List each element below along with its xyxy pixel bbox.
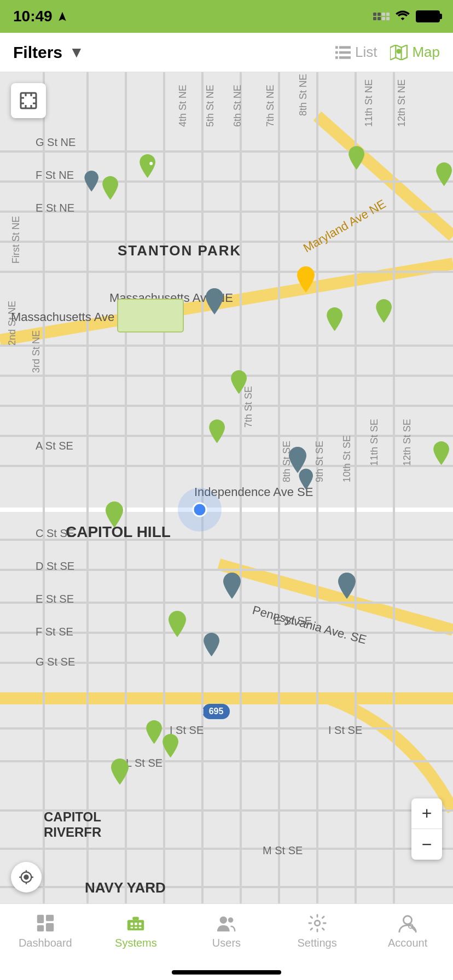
svg-rect-2 bbox=[335, 51, 338, 54]
my-location-button[interactable] bbox=[11, 862, 42, 892]
svg-text:RIVERFR: RIVERFR bbox=[44, 825, 101, 839]
filter-bar: Filters ▼ List Map bbox=[0, 33, 453, 72]
svg-text:G St SE: G St SE bbox=[36, 656, 75, 668]
zoom-out-button[interactable]: − bbox=[411, 829, 442, 860]
svg-text:Massachusetts Ave NE: Massachusetts Ave NE bbox=[11, 310, 135, 324]
svg-text:L St SE: L St SE bbox=[126, 757, 162, 769]
svg-rect-10 bbox=[0, 72, 453, 925]
svg-text:I: I bbox=[202, 707, 204, 716]
location-arrow-icon bbox=[57, 11, 68, 22]
map-container[interactable]: 4th St NE 5th St NE 6th St NE 7th St NE … bbox=[0, 72, 453, 925]
svg-text:8th St NE: 8th St NE bbox=[298, 74, 309, 116]
map-icon bbox=[390, 45, 408, 60]
svg-rect-98 bbox=[37, 915, 44, 923]
svg-text:I St SE: I St SE bbox=[328, 724, 362, 736]
svg-text:7th St SE: 7th St SE bbox=[243, 386, 254, 428]
svg-rect-89 bbox=[21, 93, 36, 108]
map-view-toggle[interactable]: Map bbox=[390, 44, 440, 61]
zoom-in-button[interactable]: + bbox=[411, 798, 442, 829]
svg-rect-109 bbox=[133, 917, 139, 920]
svg-rect-1 bbox=[339, 46, 351, 49]
svg-text:7th St NE: 7th St NE bbox=[265, 85, 276, 127]
chevron-down-icon[interactable]: ▼ bbox=[69, 44, 84, 61]
clock: 10:49 bbox=[13, 8, 53, 25]
svg-rect-4 bbox=[335, 56, 338, 59]
svg-text:11th St NE: 11th St NE bbox=[363, 79, 374, 127]
nav-item-account[interactable]: Account bbox=[362, 913, 453, 949]
list-label: List bbox=[355, 44, 377, 61]
svg-rect-104 bbox=[135, 923, 137, 925]
svg-text:11th St SE: 11th St SE bbox=[369, 419, 380, 466]
svg-point-88 bbox=[149, 162, 153, 165]
svg-text:695: 695 bbox=[209, 707, 224, 716]
home-indicator bbox=[172, 970, 281, 975]
map-select-button[interactable] bbox=[11, 83, 46, 118]
account-icon bbox=[397, 913, 418, 934]
signal-icon bbox=[373, 13, 390, 20]
svg-text:First St NE: First St NE bbox=[10, 216, 21, 264]
list-view-toggle[interactable]: List bbox=[335, 44, 377, 61]
svg-rect-103 bbox=[131, 923, 133, 925]
svg-text:CAPITOL: CAPITOL bbox=[44, 809, 101, 824]
wifi-icon bbox=[395, 9, 410, 24]
svg-rect-105 bbox=[139, 923, 142, 925]
view-toggle-group: List Map bbox=[335, 44, 440, 61]
svg-text:12th St NE: 12th St NE bbox=[396, 79, 407, 127]
svg-rect-99 bbox=[37, 925, 44, 931]
list-icon bbox=[335, 46, 351, 59]
svg-rect-102 bbox=[127, 920, 144, 930]
svg-rect-106 bbox=[131, 927, 133, 929]
svg-text:12th St SE: 12th St SE bbox=[402, 419, 413, 466]
svg-text:4th St NE: 4th St NE bbox=[177, 85, 188, 127]
svg-text:CAPITOL HILL: CAPITOL HILL bbox=[66, 523, 171, 540]
bottom-nav: Dashboard Systems Users Settings bbox=[0, 903, 453, 980]
svg-text:6th St NE: 6th St NE bbox=[232, 85, 243, 127]
svg-text:A St SE: A St SE bbox=[36, 440, 73, 452]
svg-point-9 bbox=[397, 49, 402, 54]
svg-rect-0 bbox=[335, 46, 338, 49]
svg-text:E St SE: E St SE bbox=[36, 593, 74, 605]
svg-text:10th St SE: 10th St SE bbox=[341, 435, 352, 482]
settings-icon bbox=[307, 913, 328, 934]
svg-text:9th St SE: 9th St SE bbox=[314, 441, 325, 482]
nav-item-dashboard[interactable]: Dashboard bbox=[0, 913, 91, 949]
svg-point-112 bbox=[315, 920, 320, 926]
svg-text:D St SE: D St SE bbox=[36, 560, 74, 572]
systems-label: Systems bbox=[115, 937, 157, 949]
svg-rect-100 bbox=[46, 915, 54, 921]
svg-rect-108 bbox=[139, 927, 142, 929]
nav-item-users[interactable]: Users bbox=[181, 913, 272, 949]
settings-label: Settings bbox=[297, 937, 336, 949]
zoom-controls: + − bbox=[411, 798, 442, 860]
svg-text:G St NE: G St NE bbox=[36, 136, 76, 148]
svg-point-113 bbox=[404, 916, 412, 924]
filter-label: Filters bbox=[13, 43, 62, 62]
status-bar: 10:49 bbox=[0, 0, 453, 33]
filter-left[interactable]: Filters ▼ bbox=[13, 43, 84, 62]
svg-text:E St NE: E St NE bbox=[36, 202, 74, 214]
svg-text:8th St SE: 8th St SE bbox=[281, 441, 292, 482]
users-icon bbox=[216, 913, 237, 934]
battery-icon bbox=[416, 10, 440, 22]
svg-text:F St NE: F St NE bbox=[36, 169, 74, 181]
svg-point-87 bbox=[193, 503, 206, 516]
users-label: Users bbox=[212, 937, 241, 949]
nav-item-systems[interactable]: Systems bbox=[91, 913, 182, 949]
svg-text:3rd St NE: 3rd St NE bbox=[31, 330, 42, 373]
systems-icon bbox=[125, 913, 146, 934]
svg-rect-107 bbox=[135, 927, 137, 929]
svg-text:I St SE: I St SE bbox=[170, 724, 204, 736]
nav-item-settings[interactable]: Settings bbox=[272, 913, 363, 949]
svg-rect-101 bbox=[46, 923, 54, 931]
svg-point-110 bbox=[220, 917, 227, 924]
account-label: Account bbox=[388, 937, 427, 949]
status-icons bbox=[373, 9, 440, 24]
map-svg: 4th St NE 5th St NE 6th St NE 7th St NE … bbox=[0, 72, 453, 925]
svg-text:NAVY YARD: NAVY YARD bbox=[85, 879, 166, 896]
svg-text:F St SE: F St SE bbox=[36, 626, 73, 638]
svg-rect-5 bbox=[339, 56, 351, 59]
dashboard-icon bbox=[35, 913, 56, 934]
svg-text:STANTON PARK: STANTON PARK bbox=[118, 242, 241, 259]
svg-rect-3 bbox=[339, 51, 351, 54]
svg-rect-79 bbox=[118, 299, 183, 332]
